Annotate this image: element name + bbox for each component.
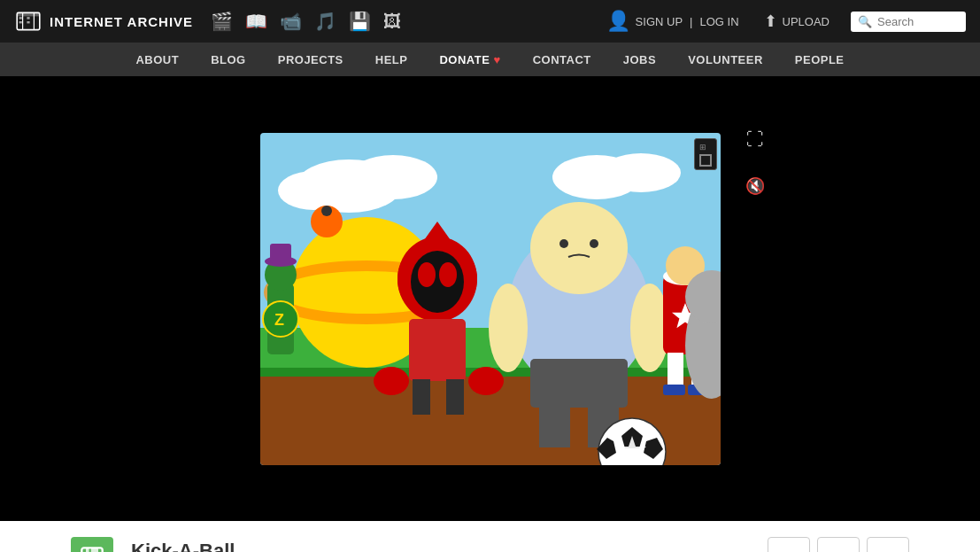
upload-icon: ⬆ (764, 12, 777, 31)
svg-rect-43 (530, 359, 628, 408)
search-input[interactable] (877, 15, 957, 28)
svg-point-40 (530, 202, 628, 294)
svg-point-21 (321, 206, 332, 216)
svg-point-44 (489, 284, 528, 372)
svg-text:Z: Z (274, 311, 284, 329)
svg-point-42 (590, 239, 598, 248)
user-auth-area: 👤 SIGN UP | LOG IN (606, 10, 739, 33)
top-bar: INTERNET ARCHIVE 🎬 📖 📹 🎵 💾 🖼 👤 SIGN UP |… (0, 0, 980, 43)
video-info-panel: ⊞ (694, 138, 717, 171)
fullscreen-button[interactable]: ⛶ (741, 126, 769, 154)
user-icon: 👤 (606, 10, 630, 33)
flag-button[interactable]: ⚑ (867, 537, 909, 552)
favorite-button[interactable]: ★ (768, 537, 810, 552)
upload-label: UPLOAD (783, 15, 830, 28)
svg-rect-6 (19, 21, 22, 23)
title-area: Kick-A-Ball by The Brothers Chaps (131, 540, 750, 553)
movies-icon[interactable]: 🎬 (211, 11, 233, 32)
floppy-disk-icon (80, 546, 104, 552)
item-info-section: Kick-A-Ball by The Brothers Chaps ★ ⇗ ⚑ (0, 521, 980, 552)
svg-rect-4 (19, 17, 22, 19)
nav-help[interactable]: HELP (359, 43, 424, 76)
svg-point-35 (374, 367, 409, 395)
nav-blog[interactable]: BLOG (195, 43, 262, 76)
save-icon-box (71, 537, 113, 552)
media-nav-icons: 🎬 📖 📹 🎵 💾 🖼 (211, 11, 401, 32)
svg-rect-69 (89, 549, 91, 553)
svg-rect-46 (539, 403, 570, 447)
svg-point-10 (349, 155, 437, 199)
player-controls: ⛶ 🔇 (741, 126, 769, 200)
texts-icon[interactable]: 📖 (245, 11, 267, 32)
video-content: Z (260, 133, 721, 465)
nav-people[interactable]: PEOPLE (779, 43, 860, 76)
video-frame[interactable]: Z (260, 133, 721, 465)
login-link[interactable]: LOG IN (699, 15, 738, 28)
software-icon[interactable]: 💾 (349, 11, 371, 32)
search-icon: 🔍 (858, 15, 872, 28)
svg-rect-34 (409, 319, 466, 381)
main-nav: ABOUT BLOG PROJECTS HELP DONATE ♥ CONTAC… (0, 43, 980, 76)
item-title: Kick-A-Ball (131, 540, 750, 553)
panel-icon: ⊞ (699, 142, 712, 153)
svg-point-13 (601, 153, 681, 192)
logo-icon (14, 7, 42, 35)
svg-rect-7 (27, 21, 29, 23)
svg-point-31 (418, 262, 436, 287)
donate-label: DONATE (439, 53, 490, 66)
action-buttons: ★ ⇗ ⚑ (768, 537, 909, 552)
audio-icon[interactable]: 🎵 (314, 11, 336, 32)
svg-rect-37 (413, 379, 430, 415)
svg-point-41 (559, 239, 568, 248)
nav-donate[interactable]: DONATE ♥ (423, 43, 516, 76)
nav-volunteer[interactable]: VOLUNTEER (672, 43, 779, 76)
nav-contact[interactable]: CONTACT (517, 43, 607, 76)
video-icon[interactable]: 📹 (280, 11, 302, 32)
video-container: Z (260, 133, 721, 465)
donate-heart-icon: ♥ (493, 53, 500, 66)
panel-indicator (699, 154, 712, 167)
svg-point-11 (278, 171, 349, 210)
svg-point-36 (468, 367, 504, 395)
logo-text: INTERNET ARCHIVE (50, 14, 193, 29)
search-box: 🔍 (851, 12, 966, 32)
svg-rect-67 (86, 548, 98, 552)
nav-about[interactable]: ABOUT (120, 43, 195, 76)
nav-jobs[interactable]: JOBS (607, 43, 672, 76)
share-button[interactable]: ⇗ (817, 537, 860, 552)
svg-rect-5 (27, 17, 29, 19)
svg-point-32 (439, 262, 457, 287)
svg-rect-53 (667, 353, 683, 388)
nav-projects[interactable]: PROJECTS (262, 43, 359, 76)
signup-link[interactable]: SIGN UP (636, 15, 683, 28)
svg-point-30 (411, 251, 464, 313)
svg-rect-55 (663, 385, 685, 395)
auth-separator: | (690, 15, 692, 28)
svg-rect-38 (446, 379, 464, 415)
upload-area[interactable]: ⬆ UPLOAD (764, 12, 830, 31)
mute-button[interactable]: 🔇 (741, 172, 769, 200)
images-icon[interactable]: 🖼 (383, 12, 401, 32)
star-icon: ★ (782, 548, 796, 552)
main-content-area: Z (0, 76, 980, 521)
svg-rect-1 (17, 12, 40, 16)
logo[interactable]: INTERNET ARCHIVE (14, 7, 193, 35)
svg-rect-27 (270, 244, 291, 263)
